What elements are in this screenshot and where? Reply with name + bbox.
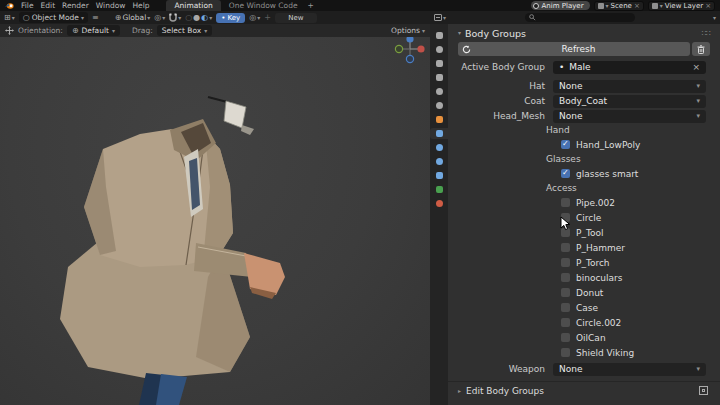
glasses-smart-row[interactable]: glasses smart [458, 166, 710, 181]
properties-tab-output[interactable] [430, 58, 448, 69]
key-button[interactable]: • Key [216, 13, 245, 23]
head-mesh-dropdown[interactable]: None ▾ [553, 110, 706, 123]
access-item-p-torch[interactable]: P_Torch [458, 255, 710, 270]
properties-tab-scene[interactable] [430, 86, 448, 97]
properties-editor-type-selector[interactable]: ▾ [434, 14, 446, 21]
menu-help[interactable]: Help [132, 1, 149, 10]
chevron-down-icon: ▾ [422, 28, 425, 34]
viewport-options-dropdown[interactable]: Options ▾ [391, 26, 425, 35]
workspace-tab-animation[interactable]: Animation [166, 0, 220, 11]
menu-render[interactable]: Render [62, 1, 89, 10]
proportional-falloff-icon[interactable]: ◐ [201, 14, 208, 22]
remove-view-layer-icon[interactable]: × [705, 2, 711, 10]
viewport-editor-icon: ⊞ [4, 14, 11, 22]
properties-tab-object[interactable] [430, 114, 448, 125]
access-item-oilcan[interactable]: OilCan [458, 330, 710, 345]
properties-tab-object-data[interactable] [430, 184, 448, 195]
workspace-tab-one-window-code[interactable]: One Window Code [227, 0, 300, 11]
access-item-circle-002[interactable]: Circle.002 [458, 315, 710, 330]
delete-button[interactable] [692, 42, 710, 56]
scene-selector[interactable]: ▾ Scene × [594, 1, 644, 11]
checkbox[interactable] [561, 169, 570, 178]
clear-icon[interactable]: × [692, 62, 700, 72]
properties-tab-particles[interactable] [430, 142, 448, 153]
move-tool-icon[interactable] [5, 26, 14, 35]
drag-handle-icon[interactable]: ∷∷ [702, 29, 710, 38]
navigation-gizmo[interactable] [393, 35, 427, 67]
access-item-p-hammer[interactable]: P_Hammer [458, 240, 710, 255]
chevron-down-icon[interactable]: ▾ [606, 3, 609, 9]
gizmo-x-axis[interactable] [417, 45, 424, 52]
menu-edit[interactable]: Edit [41, 1, 56, 10]
access-item-pipe-002[interactable]: Pipe.002 [458, 195, 710, 210]
checkbox[interactable] [561, 333, 570, 342]
hat-label: Hat [458, 81, 553, 91]
add-icon[interactable]: + [264, 14, 271, 22]
pivot-point-dropdown[interactable]: ◎ ▾ [154, 14, 165, 22]
proportional-editing-group[interactable]: ○ ● ◐ ▾ [185, 14, 212, 22]
object-data-icon [436, 186, 443, 193]
body-groups-header[interactable]: ▾ Body Groups ∷∷ [458, 26, 710, 40]
weapon-dropdown[interactable]: None ▾ [553, 363, 706, 376]
collapse-icon[interactable]: ▾ [458, 30, 461, 36]
orientation-setting-dropdown[interactable]: ⊕ Default ▾ [67, 25, 120, 36]
active-body-group-field[interactable]: • Male × [553, 61, 706, 74]
proportional-on-icon[interactable]: ● [193, 14, 200, 22]
properties-tab-render[interactable] [430, 44, 448, 55]
checkbox[interactable] [561, 273, 570, 282]
checkbox[interactable] [561, 243, 570, 252]
access-item-circle[interactable]: Circle [458, 210, 710, 225]
snap-toggle[interactable]: ▾ [169, 13, 181, 22]
popout-box-icon[interactable] [699, 386, 708, 395]
new-button[interactable]: New [275, 13, 317, 23]
editor-type-selector[interactable]: ⊞ ▾ [4, 14, 15, 22]
checkbox[interactable] [561, 140, 570, 149]
access-item-binoculars[interactable]: binoculars [458, 270, 710, 285]
checkbox[interactable] [561, 258, 570, 267]
menu-window[interactable]: Window [96, 1, 126, 10]
proportional-off-icon[interactable]: ○ [185, 14, 192, 22]
refresh-button[interactable]: Refresh [458, 42, 690, 56]
hat-dropdown[interactable]: None ▾ [553, 80, 706, 93]
chevron-down-icon[interactable]: ▾ [660, 3, 663, 9]
properties-filter-icon[interactable]: ▾ [713, 15, 716, 21]
checkbox[interactable] [561, 303, 570, 312]
viewport-3d[interactable] [0, 37, 430, 405]
viewport-menus-icon[interactable]: ≡ [92, 14, 99, 22]
properties-tab-material[interactable] [430, 198, 448, 209]
properties-search-input[interactable] [525, 13, 635, 22]
keying-dot-icon: • [221, 14, 225, 22]
character-model[interactable] [0, 37, 430, 405]
anim-player-button[interactable]: Anim Player [531, 1, 590, 10]
checkbox-label: glasses smart [576, 169, 638, 179]
view-layer-selector[interactable]: ▾ View Layer × [648, 1, 715, 11]
properties-tab-constraints[interactable] [430, 170, 448, 181]
access-item-donut[interactable]: Donut [458, 285, 710, 300]
add-workspace-button[interactable]: + [306, 0, 316, 11]
checkbox[interactable] [561, 288, 570, 297]
properties-tab-world[interactable] [430, 100, 448, 111]
gizmo-y-axis[interactable] [395, 45, 402, 52]
checkbox[interactable] [561, 318, 570, 327]
checkbox[interactable] [561, 198, 570, 207]
properties-tab-modifiers[interactable] [430, 128, 448, 139]
coat-dropdown[interactable]: Body_Coat ▾ [553, 95, 706, 108]
access-item-shield-viking[interactable]: Shield Viking [458, 345, 710, 360]
unlink-scene-icon[interactable]: × [634, 2, 640, 10]
access-item-case[interactable]: Case [458, 300, 710, 315]
properties-tab-physics[interactable] [430, 156, 448, 167]
transform-orientation-dropdown[interactable]: ⊕ Global ▾ [115, 13, 151, 22]
drag-setting-dropdown[interactable]: Select Box ▾ [157, 25, 212, 36]
access-item-p-tool[interactable]: P_Tool [458, 225, 710, 240]
mode-dropdown[interactable]: ○ Object Mode ▾ [19, 12, 88, 23]
collapsed-icon[interactable]: ▸ [458, 388, 461, 394]
hand-lowpoly-row[interactable]: Hand_LowPoly [458, 137, 710, 152]
edit-body-groups-panel[interactable]: ▸ Edit Body Groups [458, 382, 710, 399]
properties-tab-tool[interactable] [430, 30, 448, 41]
blender-logo-icon[interactable] [5, 2, 14, 10]
keying-set-dropdown[interactable]: ◎ ▾ [249, 14, 260, 22]
properties-tab-view-layer[interactable] [430, 72, 448, 83]
menu-file[interactable]: File [21, 1, 34, 10]
gizmo-z-neg-axis[interactable] [406, 55, 413, 62]
checkbox[interactable] [561, 348, 570, 357]
